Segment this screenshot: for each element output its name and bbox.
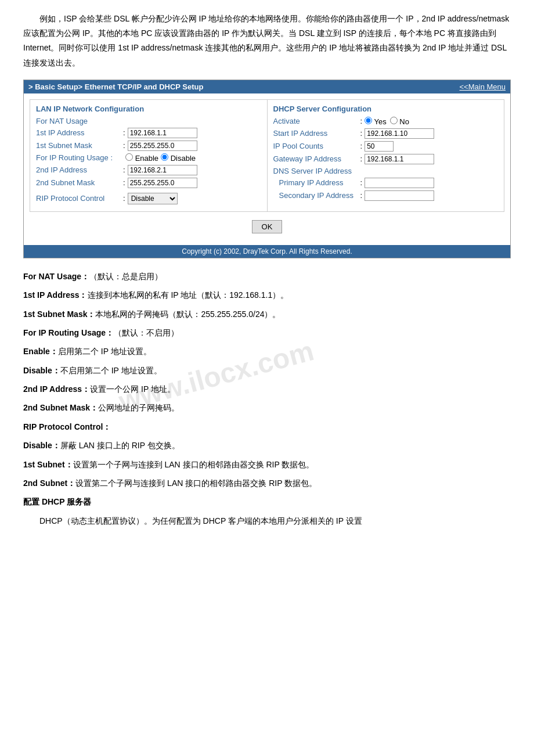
ip2-input[interactable]: [128, 165, 197, 175]
desc-routing: For IP Routing Usage：（默认：不启用）: [23, 326, 511, 339]
desc-2nd-mask: 2nd Subnet Mask：公网地址的子网掩码。: [23, 401, 511, 414]
dhcp-section-title: DHCP Server Configuration: [273, 105, 499, 113]
gateway-label: Gateway IP Address: [273, 154, 360, 163]
intro-text: 例如，ISP 会给某些 DSL 帐户分配少许公网 IP 地址给你的本地网络使用。…: [23, 12, 511, 70]
disable-radio-label: Disable: [161, 153, 196, 163]
desc-nat: For NAT Usage：（默认：总是启用）: [23, 270, 511, 283]
mask1-label: 1st Subnet Mask: [36, 141, 123, 150]
mask2-label: 2nd Subnet Mask: [36, 178, 123, 187]
activate-yes-label: Yes: [365, 117, 387, 126]
desc-dhcp-body: DHCP（动态主机配置协议）。为任何配置为 DHCP 客户端的本地用户分派相关的…: [23, 514, 511, 527]
mask2-input[interactable]: [128, 178, 197, 188]
for-nat-label: For NAT Usage: [36, 117, 123, 125]
desc-2nd-ip: 2nd IP Address：设置一个公网 IP 地址。: [23, 383, 511, 395]
activate-yes-radio[interactable]: [365, 117, 372, 124]
desc-rip-disable: Disable：屏蔽 LAN 接口上的 RIP 包交换。: [23, 439, 511, 452]
desc-1st-mask: 1st Subnet Mask：本地私网的子网掩码（默认：255.255.255…: [23, 308, 511, 321]
frame-body: LAN IP Network Configuration For NAT Usa…: [24, 93, 510, 245]
desc-2nd-subnet: 2nd Subnet：设置第二个子网与连接到 LAN 接口的相邻路由器交换 RI…: [23, 477, 511, 489]
desc-dhcp-title: 配置 DHCP 服务器: [23, 495, 511, 508]
rip-row: RIP Protocol Control : Disable 1st Subne…: [36, 193, 261, 204]
dns-label-row: DNS Server IP Address: [273, 167, 499, 175]
ip1-row: 1st IP Address :: [36, 128, 261, 138]
primary-ip-input[interactable]: [365, 178, 434, 188]
ip2-label: 2nd IP Address: [36, 165, 123, 174]
dhcp-config: DHCP Server Configuration Activate : Yes…: [267, 99, 505, 212]
dns-label: DNS Server IP Address: [273, 167, 360, 175]
mask2-row: 2nd Subnet Mask :: [36, 178, 261, 188]
frame-header: > Basic Setup> Ethernet TCP/IP and DHCP …: [24, 80, 510, 93]
activate-row: Activate : Yes No: [273, 117, 499, 126]
lan-section-title: LAN IP Network Configuration: [36, 105, 261, 113]
enable-radio-label: Enable: [125, 153, 158, 163]
pool-label: IP Pool Counts: [273, 142, 360, 150]
desc-1st-subnet: 1st Subnet：设置第一个子网与连接到 LAN 接口的相邻路由器交换 RI…: [23, 458, 511, 471]
desc-1st-ip: 1st IP Address：连接到本地私网的私有 IP 地址（默认：192.1…: [23, 289, 511, 301]
ip1-label: 1st IP Address: [36, 128, 123, 137]
activate-label: Activate: [273, 117, 360, 125]
pool-input[interactable]: [365, 141, 394, 152]
start-ip-label: Start IP Address: [273, 129, 360, 138]
ok-row: OK: [30, 212, 504, 239]
rip-label: RIP Protocol Control: [36, 194, 123, 203]
mask1-row: 1st Subnet Mask :: [36, 141, 261, 151]
secondary-label: Secondary IP Address: [273, 191, 360, 200]
disable-radio[interactable]: [161, 153, 168, 161]
mask1-input[interactable]: [128, 141, 197, 151]
desc-enable: Enable：启用第二个 IP 地址设置。: [23, 345, 511, 358]
rip-select[interactable]: Disable 1st Subnet 2nd Subnet: [128, 193, 178, 204]
primary-row: Primary IP Address :: [273, 178, 499, 188]
ok-button[interactable]: OK: [252, 220, 283, 233]
primary-label: Primary IP Address: [273, 178, 360, 187]
enable-radio[interactable]: [125, 153, 133, 161]
activate-no-label: No: [390, 117, 409, 126]
start-ip-input[interactable]: [365, 128, 434, 139]
frame-header-left: > Basic Setup> Ethernet TCP/IP and DHCP …: [28, 82, 203, 91]
secondary-row: Secondary IP Address :: [273, 190, 499, 201]
pool-row: IP Pool Counts :: [273, 141, 499, 152]
routing-label: For IP Routing Usage :: [36, 153, 123, 162]
secondary-ip-input[interactable]: [365, 190, 434, 201]
config-row: LAN IP Network Configuration For NAT Usa…: [30, 99, 504, 212]
main-menu-link[interactable]: <<Main Menu: [460, 82, 506, 91]
routing-row: For IP Routing Usage : Enable Disable: [36, 153, 261, 163]
router-frame: > Basic Setup> Ethernet TCP/IP and DHCP …: [23, 80, 511, 258]
ip1-input[interactable]: [128, 128, 197, 138]
frame-footer: Copyright (c) 2002, DrayTek Corp. All Ri…: [24, 245, 510, 258]
gateway-row: Gateway IP Address :: [273, 154, 499, 164]
lan-config: LAN IP Network Configuration For NAT Usa…: [30, 99, 267, 212]
desc-rip: RIP Protocol Control：: [23, 420, 511, 433]
activate-no-radio[interactable]: [390, 117, 398, 124]
gateway-input[interactable]: [365, 154, 434, 164]
for-nat-row: For NAT Usage: [36, 117, 261, 125]
ip2-row: 2nd IP Address :: [36, 165, 261, 175]
descriptions: For NAT Usage：（默认：总是启用） 1st IP Address：连…: [23, 270, 511, 527]
desc-disable: Disable：不启用第二个 IP 地址设置。: [23, 364, 511, 377]
start-ip-row: Start IP Address :: [273, 128, 499, 139]
